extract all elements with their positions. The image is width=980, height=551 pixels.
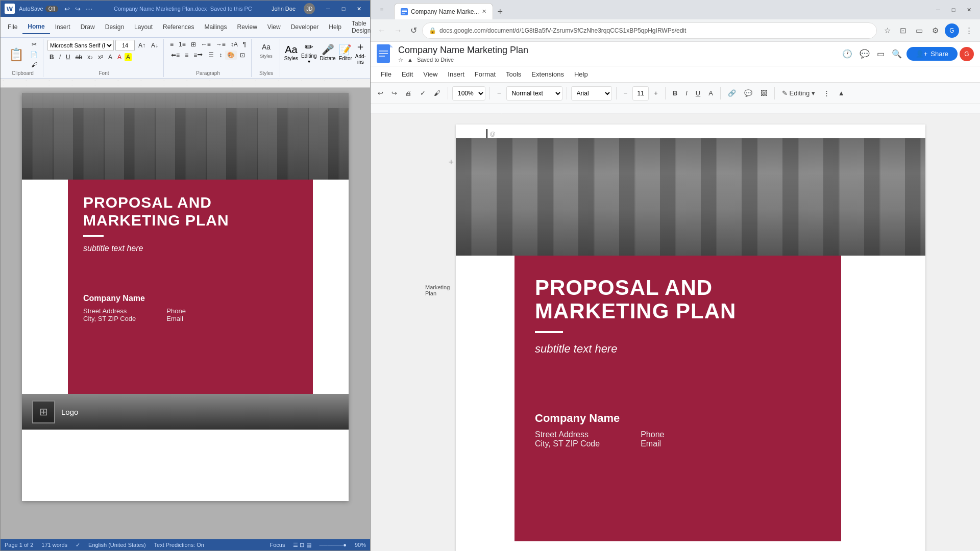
chrome-menu-button[interactable]: ⋮	[962, 24, 976, 37]
font-size-dec[interactable]: A↓	[149, 40, 160, 51]
tab-help[interactable]: Help	[324, 20, 347, 34]
align-center-button[interactable]: ≡	[183, 51, 190, 60]
sort-button[interactable]: ↕A	[229, 40, 240, 49]
gdocs-chat-button[interactable]: 💬	[857, 46, 872, 61]
justify-button[interactable]: ☰	[206, 51, 216, 60]
gdocs-editing-mode-button[interactable]: ✎ Editing ▾	[779, 87, 818, 99]
tab-insert[interactable]: Insert	[50, 20, 76, 34]
dictate-tool[interactable]: 🎤 Dictate	[320, 43, 336, 61]
paste-button[interactable]: 📋	[6, 45, 27, 64]
gdocs-menu-insert[interactable]: Insert	[444, 68, 469, 80]
clear-format-button[interactable]: A	[106, 53, 114, 62]
tab-home[interactable]: Home	[22, 20, 50, 34]
gdocs-paint-format-button[interactable]: 🖌	[431, 87, 444, 99]
tab-review[interactable]: Review	[232, 20, 262, 34]
gdocs-minus-zoom[interactable]: −	[494, 87, 504, 99]
chrome-active-tab[interactable]: Company Name Marke... ✕	[394, 3, 493, 19]
word-close-button[interactable]: ✕	[352, 4, 366, 14]
word-focus-button[interactable]: Focus	[270, 542, 285, 548]
gdocs-menu-extensions[interactable]: Extensions	[527, 68, 568, 80]
subscript-button[interactable]: x₂	[85, 53, 95, 62]
chrome-screenshot-button[interactable]: ⊡	[897, 24, 910, 37]
gdocs-share-button[interactable]: 👤+ Share	[906, 47, 958, 61]
word-zoom-slider[interactable]: ──────●	[320, 542, 347, 548]
chrome-profile-avatar[interactable]: G	[945, 23, 959, 38]
gdocs-menu-file[interactable]: File	[377, 68, 396, 80]
font-size-input[interactable]	[115, 40, 135, 51]
strikethrough-button[interactable]: ab	[74, 53, 84, 62]
underline-button[interactable]: U	[64, 53, 72, 62]
text-highlight-button[interactable]: A	[125, 53, 132, 61]
gdocs-add-content-button[interactable]: +	[446, 155, 456, 170]
gdocs-insert-link-button[interactable]: 🔗	[725, 87, 739, 99]
chrome-extensions-button[interactable]: ⚙	[929, 24, 942, 37]
italic-button[interactable]: I	[57, 53, 63, 62]
gdocs-content-area[interactable]: + Marketing Plan @	[371, 104, 980, 551]
gdocs-underline-button[interactable]: U	[693, 87, 703, 99]
tab-mailings[interactable]: Mailings	[199, 20, 232, 34]
tab-references[interactable]: References	[158, 20, 199, 34]
chrome-bookmark-button[interactable]: ☆	[881, 24, 894, 37]
chrome-tab-close-button[interactable]: ✕	[482, 8, 486, 15]
gdocs-style-select[interactable]: Normal text	[506, 86, 562, 101]
styles-button[interactable]: AaStyles	[256, 40, 277, 62]
shading-button[interactable]: 🎨	[225, 51, 237, 60]
font-family-select[interactable]: Microsoft Sans Serif (Body)	[47, 40, 114, 51]
cut-button[interactable]: ✂	[28, 40, 40, 49]
gdocs-spellcheck-button[interactable]: ✓	[417, 87, 429, 99]
gdocs-search-button[interactable]: 🔍	[889, 46, 904, 61]
gdocs-menu-edit[interactable]: Edit	[398, 68, 417, 80]
align-right-button[interactable]: ≡⮕	[191, 51, 205, 60]
gdocs-font-select[interactable]: Arial	[571, 86, 612, 101]
increase-indent-button[interactable]: →≡	[214, 40, 228, 49]
chrome-cast-button[interactable]: ▭	[913, 24, 926, 37]
tab-file[interactable]: File	[3, 20, 22, 34]
numbering-button[interactable]: 1≡	[177, 40, 188, 49]
chrome-new-tab-button[interactable]: +	[493, 5, 507, 19]
word-canvas[interactable]: PROPOSAL AND MARKETING PLAN subtitle tex…	[1, 88, 370, 539]
gdocs-menu-help[interactable]: Help	[570, 68, 592, 80]
chrome-close-button[interactable]: ✕	[962, 3, 976, 16]
editor-tool[interactable]: 📝 Editor	[339, 43, 352, 61]
word-minimize-button[interactable]: ─	[321, 4, 335, 14]
copy-button[interactable]: 📄	[28, 50, 40, 59]
multilevel-button[interactable]: ⊞	[189, 40, 198, 49]
gdocs-more-button[interactable]: ⋮	[820, 87, 833, 99]
gdocs-history-button[interactable]: 🕐	[840, 46, 855, 61]
gdocs-zoom-select[interactable]: 100%	[452, 86, 485, 101]
word-maximize-button[interactable]: □	[336, 4, 351, 14]
superscript-button[interactable]: x²	[96, 53, 105, 62]
gdocs-font-size-input[interactable]	[632, 86, 649, 101]
autosave-toggle[interactable]: Off	[45, 6, 58, 12]
gdocs-font-size-dec[interactable]: −	[621, 87, 631, 99]
gdocs-color-button[interactable]: A	[705, 87, 716, 99]
chrome-maximize-button[interactable]: □	[946, 3, 961, 16]
gdocs-profile-avatar[interactable]: G	[960, 47, 974, 61]
tab-draw[interactable]: Draw	[76, 20, 100, 34]
gdocs-drive-button[interactable]: ▲	[407, 57, 413, 63]
show-hide-button[interactable]: ¶	[241, 40, 248, 49]
gdocs-image-button[interactable]: 🖼	[757, 87, 770, 99]
gdocs-doc-title[interactable]: Company Name Marketing Plan	[398, 45, 835, 56]
customize-button[interactable]: ⋯	[84, 4, 94, 14]
chrome-back-button[interactable]: ←	[375, 24, 389, 37]
font-size-inc[interactable]: A↑	[136, 40, 148, 51]
borders-button[interactable]: ⊡	[238, 51, 247, 60]
gdocs-menu-format[interactable]: Format	[471, 68, 500, 80]
editing-tool[interactable]: ✏ Editing ▾	[301, 41, 317, 64]
align-left-button[interactable]: ⬅≡	[169, 51, 182, 60]
addins-tool[interactable]: ＋ Add-ins	[355, 40, 366, 65]
gdocs-menu-tools[interactable]: Tools	[502, 68, 525, 80]
tab-layout[interactable]: Layout	[129, 20, 158, 34]
styles-tool[interactable]: Aa Styles	[284, 44, 298, 61]
chrome-minimize-button[interactable]: ─	[931, 3, 945, 16]
gdocs-redo-button[interactable]: ↪	[388, 87, 400, 99]
tab-design[interactable]: Design	[100, 20, 129, 34]
gdocs-comment-button[interactable]: 💬	[741, 87, 755, 99]
bold-button[interactable]: B	[47, 53, 56, 62]
font-color-button[interactable]: A	[115, 53, 124, 62]
chrome-back-sidebar[interactable]: ≡	[375, 3, 389, 16]
gdocs-collapse-button[interactable]: ▲	[835, 87, 848, 99]
decrease-indent-button[interactable]: ←≡	[199, 40, 213, 49]
gdocs-italic-button[interactable]: I	[682, 87, 691, 99]
